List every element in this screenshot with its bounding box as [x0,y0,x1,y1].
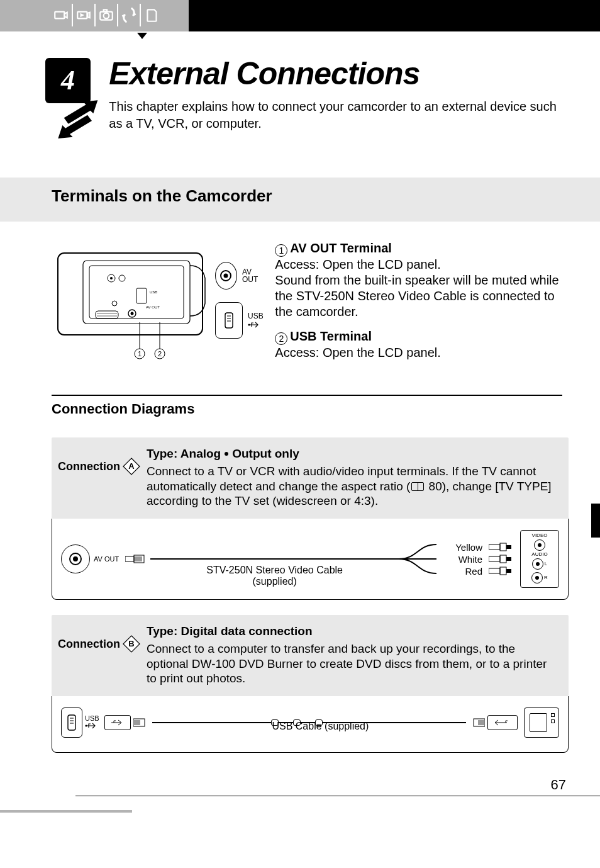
svg-rect-44 [489,568,500,573]
terminal-item-usb: 2USB Terminal Access: Open the LCD panel… [275,329,562,361]
svg-text:1: 1 [138,350,142,358]
terminal-number-1: 1 [275,244,287,257]
stv-cable-line: STV-250N Stereo Video Cable (supplied) [150,558,399,560]
svg-rect-36 [125,556,134,561]
diamond-letter-b: B [123,635,140,653]
connection-b-desc: Connect to a computer to transfer and ba… [147,641,557,686]
usb-small-label: USB [85,715,99,722]
svg-point-17 [131,312,134,315]
svg-rect-27 [225,313,233,328]
connection-diagrams-heading: Connection Diagrams [52,402,562,416]
rca-red-label: Red [455,566,489,576]
computer-icon [524,707,559,738]
terminal-body-avout: Access: Open the LCD panel. Sound from t… [275,257,562,320]
camcorder-illustration: USB AV OUT 1 2 AV OUT USB [52,240,264,369]
usb-mini-plug-icon [104,715,131,730]
page-ref-icon [411,482,424,491]
svg-rect-42 [500,555,506,563]
svg-point-10 [110,277,113,279]
stv-cable-caption-2: (supplied) [253,576,297,587]
mode-icon-photo [96,4,118,26]
chapter-number: 4 [61,67,75,94]
connection-a-desc: Connect to a TV or VCR with audio/video … [147,464,557,509]
usb-a-plug-icon [487,715,518,730]
terminal-item-avout: 1AV OUT Terminal Access: Open the LCD pa… [275,240,562,320]
active-mode-indicator [137,33,147,39]
svg-rect-40 [506,545,511,549]
mode-icon-play [73,4,96,26]
connection-b-label: Connection B [58,624,140,653]
svg-text:A: A [128,461,135,471]
svg-text:2: 2 [158,350,162,358]
svg-rect-45 [500,567,506,575]
section-heading-text: Terminals on the Camcorder [52,188,600,204]
stv-cable-caption-1: STV-250N Stereo Video Cable [206,565,343,575]
chapter-side-tab [591,504,600,538]
svg-text:USB: USB [150,290,157,294]
svg-text:AV OUT: AV OUT [146,305,160,309]
connection-a-type: Type: AnalogOutput only [147,446,557,461]
av-out-small-label: AV OUT [94,556,119,563]
svg-text:B: B [128,639,134,648]
usb-port-icon [61,707,82,738]
rca-plug-icon [489,543,514,551]
rca-white-label: White [455,555,489,564]
svg-rect-46 [506,569,511,573]
av-out-jack-icon [61,544,90,573]
svg-rect-38 [489,544,500,550]
svg-point-35 [73,556,78,561]
svg-rect-43 [506,557,511,561]
connection-b-type: Type: Digital data connection [147,624,557,639]
svg-point-26 [224,274,228,278]
terminal-body-usb: Access: Open the LCD panel. [275,345,562,361]
svg-rect-0 [55,12,64,19]
svg-point-31 [248,324,250,325]
svg-rect-39 [500,543,506,551]
svg-rect-41 [489,556,500,561]
terminal-title-usb: USB Terminal [290,329,372,343]
usb-trident-icon [85,722,99,730]
cable-end-icon [133,716,152,729]
terminal-number-2: 2 [275,332,287,345]
svg-rect-55 [474,719,485,726]
mini-plug-icon [125,553,150,565]
rca-yellow-label: Yellow [455,543,489,552]
usb-port-label: USB [248,312,264,320]
cable-end-icon [466,716,485,729]
terminal-title-avout: AV OUT Terminal [290,241,392,255]
cable-split-icon [399,537,455,581]
page-number: 67 [0,753,600,792]
connection-a-label: Connection A [58,446,140,475]
mode-icon-camera [50,4,73,26]
usb-cable-caption: USB Cable (supplied) [272,721,369,731]
rca-plug-icon [489,566,514,575]
chapter-title: External Connections [109,58,562,89]
av-out-port-label: AV OUT [242,268,264,283]
svg-marker-2 [81,13,84,18]
mode-icon-transfer [118,4,141,26]
chapter-badge: 4 [45,58,90,140]
svg-rect-54 [133,719,145,726]
diamond-letter-a: A [123,458,140,475]
svg-point-53 [85,724,87,726]
mode-icon-card [141,4,164,26]
tv-input-panel: VIDEO AUDIO L R [520,530,559,588]
svg-rect-49 [68,715,75,730]
section-heading-terminals: Terminals on the Camcorder [0,178,600,222]
connection-a-block: Connection A Type: AnalogOutput only Con… [52,437,569,600]
rca-plug-icon [489,555,514,563]
chapter-intro: This chapter explains how to connect you… [109,98,562,132]
mode-icon-bar [0,0,600,44]
connection-b-block: Connection B Type: Digital data connecti… [52,615,569,753]
svg-rect-5 [104,9,107,11]
svg-point-4 [104,13,109,19]
usb-trident-icon [248,321,262,329]
transfer-arrows-icon [57,94,101,138]
